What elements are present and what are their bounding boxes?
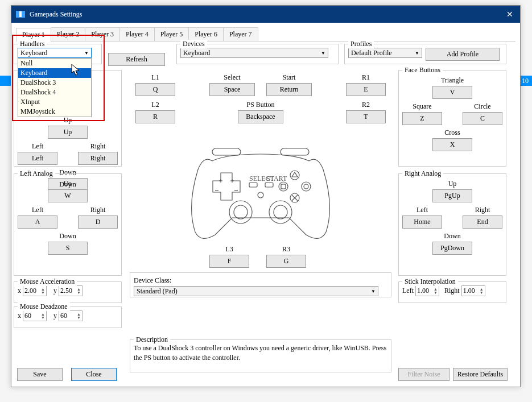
restore-defaults-button[interactable]: Restore Defaults [453,368,508,381]
svg-rect-22 [265,183,273,187]
l1-label: L1 [135,73,175,82]
spinner-icon[interactable]: ▲▼ [77,288,81,295]
handlers-dropdown: Null Keyboard DualShock 3 DualShock 4 XI… [18,58,92,117]
chevron-down-icon: ▼ [371,289,376,294]
start-button[interactable]: Return [266,83,312,96]
device-class-select[interactable]: Standard (Pad) ▼ [134,286,378,296]
r3-button[interactable]: G [266,255,306,268]
dropdown-option-null[interactable]: Null [18,59,91,68]
l1-block: L1 Q [135,73,175,96]
si-left-label: Left [402,287,414,295]
select-button[interactable]: Space [209,83,255,96]
md-y-input[interactable]: 60▲▼ [59,310,83,321]
svg-point-19 [274,205,287,219]
la-left-label: Left [18,206,57,214]
dropdown-option-keyboard[interactable]: Keyboard [18,68,91,78]
description-text: To use a DualShock 3 controller on Windo… [134,343,387,363]
stick-interp-group: Stick Interpolation Left 1.00▲▼ Right 1.… [398,281,506,303]
l2-button[interactable]: R [135,110,175,123]
select-label: Select [209,73,255,82]
tab-player-6[interactable]: Player 6 [188,27,224,41]
close-icon[interactable]: ✕ [504,10,515,19]
si-right-input[interactable]: 1.00▲▼ [461,285,485,296]
tab-player-7[interactable]: Player 7 [223,27,258,41]
save-button[interactable]: Save [17,368,63,381]
r1-button[interactable]: E [346,83,386,96]
svg-rect-10 [281,184,286,189]
window-title: Gamepads Settings [30,10,504,19]
dpad-up-button[interactable]: Up [48,126,88,139]
spinner-icon[interactable]: ▲▼ [41,288,45,295]
right-analog-legend: Right Analog [402,169,443,178]
la-down-button[interactable]: S [48,242,88,255]
ra-down-button[interactable]: PgDown [432,242,472,255]
devices-select-value: Keyboard [183,49,210,57]
svg-rect-20 [249,183,257,187]
dpad-right-label: Right [78,142,118,151]
device-class-value: Standard (Pad) [137,287,178,296]
md-x-input[interactable]: 60▲▼ [23,310,47,321]
cr-button[interactable]: X [432,138,472,151]
svg-point-9 [279,182,288,191]
profiles-select[interactable]: Default Profile ▼ [348,48,422,58]
devices-select[interactable]: Keyboard ▼ [180,48,328,58]
ps-label: PS Button [238,101,283,109]
ps-button[interactable]: Backspace [238,110,283,123]
handlers-select[interactable]: Keyboard ▼ [18,48,92,58]
ra-up-button[interactable]: PgUp [432,189,472,202]
tri-button[interactable]: V [432,86,472,99]
r1-label: R1 [346,73,386,82]
svg-point-17 [234,205,248,219]
refresh-button[interactable]: Refresh [108,53,165,66]
ra-up-label: Up [432,180,472,188]
bg-strip-text: -10 [519,77,529,85]
dropdown-option-mmjoystick[interactable]: MMJoystick [18,107,91,117]
profiles-select-value: Default Profile [351,49,392,57]
ra-right-label: Right [463,206,502,214]
ra-left-button[interactable]: Home [402,215,442,229]
ma-y-input[interactable]: 2.50▲▼ [59,285,83,296]
spinner-icon[interactable]: ▲▼ [77,313,81,320]
tri-label: Triangle [432,76,472,85]
svg-point-11 [302,182,311,191]
profiles-legend: Profiles [348,40,374,48]
dpad-left-button[interactable]: Left [18,152,57,165]
ra-right-button[interactable]: End [463,215,502,229]
filter-noise-button[interactable]: Filter Noise [398,368,449,381]
player-tabs: Player 1 Player 2 Player 3 Player 4 Play… [16,27,515,42]
sq-button[interactable]: Z [402,112,442,125]
dropdown-option-dualshock4[interactable]: DualShock 4 [18,88,91,97]
spinner-icon[interactable]: ▲▼ [480,288,484,295]
si-left-input[interactable]: 1.00▲▼ [415,285,439,296]
mouse-dead-legend: Mouse Deadzone [18,302,70,311]
la-up-button[interactable]: W [48,189,88,202]
handlers-legend: Handlers [18,40,47,48]
la-left-button[interactable]: A [18,215,57,229]
r2-button[interactable]: T [346,110,386,123]
l3-button[interactable]: F [209,255,249,268]
handlers-select-value: Keyboard [20,49,47,57]
spinner-icon[interactable]: ▲▼ [434,288,438,295]
start-block: Start Return [266,73,312,96]
ci-button[interactable]: C [463,112,502,125]
close-button[interactable]: Close [71,368,117,381]
tab-player-4[interactable]: Player 4 [119,27,155,41]
svg-text:START: START [266,175,287,183]
tab-player-3[interactable]: Player 3 [85,27,120,41]
la-right-button[interactable]: D [78,215,118,229]
tab-player-5[interactable]: Player 5 [154,27,189,41]
chevron-down-icon: ▼ [84,51,89,56]
ma-x-label: x [18,287,21,295]
chevron-down-icon: ▼ [415,51,419,56]
la-right-label: Right [78,206,118,214]
dropdown-option-dualshock3[interactable]: DualShock 3 [18,78,91,88]
devices-group: Devices Keyboard ▼ [176,44,339,64]
profiles-group: Profiles Default Profile ▼ Add Profile [344,44,506,64]
l1-button[interactable]: Q [135,83,175,96]
dpad-right-button[interactable]: Right [78,152,118,165]
dropdown-option-xinput[interactable]: XInput [18,97,91,107]
tab-player-2[interactable]: Player 2 [51,27,86,41]
spinner-icon[interactable]: ▲▼ [41,313,45,320]
add-profile-button[interactable]: Add Profile [426,48,500,61]
ma-x-input[interactable]: 2.00▲▼ [23,285,47,296]
